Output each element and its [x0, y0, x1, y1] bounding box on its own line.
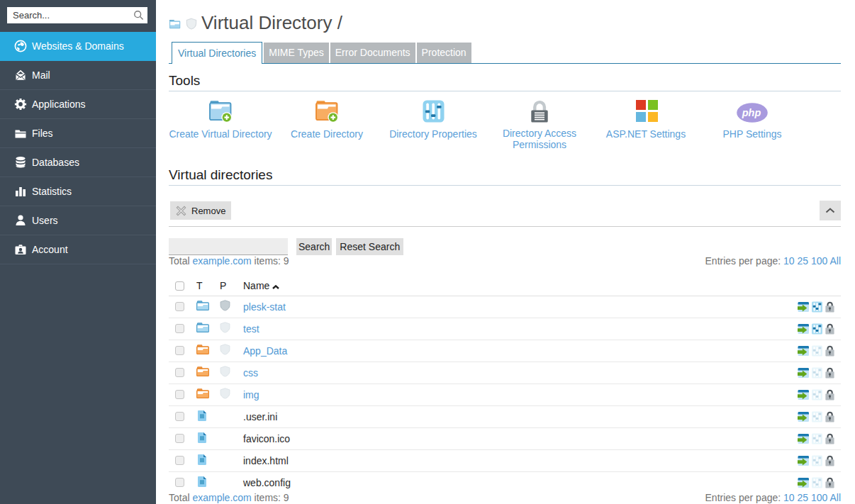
svg-text:php: php	[742, 107, 761, 118]
